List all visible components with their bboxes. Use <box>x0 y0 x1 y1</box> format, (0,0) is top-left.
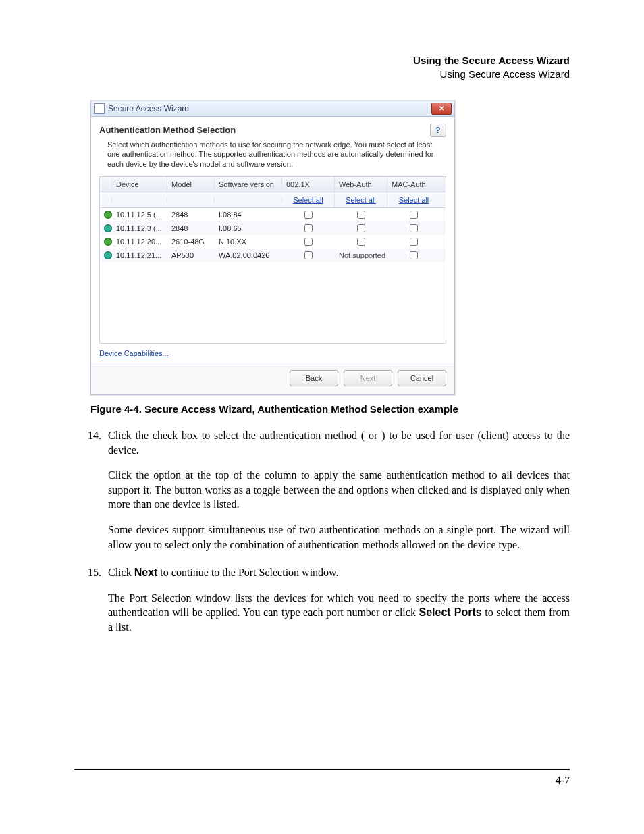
col-8021x[interactable]: 802.1X <box>282 177 335 192</box>
back-rest: ack <box>311 374 322 382</box>
checkbox-c8021x[interactable] <box>304 238 313 246</box>
running-header: Using the Secure Access Wizard Using Sec… <box>74 54 570 82</box>
checkbox-c8021x[interactable] <box>304 224 313 232</box>
cancel-accel: C <box>410 374 416 382</box>
step-number: 14. <box>74 428 101 563</box>
checkbox-macauth[interactable] <box>410 238 418 246</box>
checkbox-webauth[interactable] <box>357 211 365 219</box>
paragraph: The Port Selection window lists the devi… <box>108 591 570 635</box>
next-accel: N <box>360 374 366 382</box>
cell-sw: N.10.XX <box>215 235 282 249</box>
table-row: 10.11.12.3 (...2848I.08.65 <box>100 221 446 235</box>
step-body: Click Next to continue to the Port Selec… <box>108 565 570 645</box>
status-icon <box>104 211 112 219</box>
cell-device: 10.11.12.5 (... <box>112 208 167 221</box>
running-header-subtitle: Using Secure Access Wizard <box>74 68 570 81</box>
step-number: 15. <box>74 565 101 645</box>
wizard-description: Select which authentication methods to u… <box>107 140 446 170</box>
col-webauth[interactable]: Web-Auth <box>335 177 387 192</box>
next-button[interactable]: Next <box>344 370 392 386</box>
paragraph: Click Next to continue to the Port Selec… <box>108 565 570 580</box>
close-button[interactable]: ✕ <box>431 103 452 115</box>
step-body: Click the check box to select the authen… <box>108 428 570 563</box>
status-icon <box>104 224 112 232</box>
cell-model: 2610-48G <box>167 235 215 249</box>
checkbox-webauth[interactable] <box>357 224 365 232</box>
window-title: Secure Access Wizard <box>108 104 431 113</box>
cell-model: AP530 <box>167 249 215 262</box>
col-device[interactable]: Device <box>112 177 167 192</box>
page-number: 4-7 <box>556 775 570 787</box>
checkbox-webauth[interactable] <box>357 238 365 246</box>
checkbox-macauth[interactable] <box>410 211 418 219</box>
select-all-macauth[interactable]: Select all <box>399 196 429 204</box>
select-all-8021x[interactable]: Select all <box>293 196 323 204</box>
paragraph: Click the check box to select the authen… <box>108 428 570 457</box>
wizard-body: Authentication Method Selection ? Select… <box>91 117 454 363</box>
back-accel: B <box>306 374 311 382</box>
checkbox-c8021x[interactable] <box>304 211 313 219</box>
status-icon <box>104 251 112 259</box>
table-empty-area <box>100 262 446 343</box>
device-table: Device Model Software version 802.1X Web… <box>99 176 446 344</box>
cell-device: 10.11.12.20... <box>112 235 167 249</box>
paragraph: Some devices support simultaneous use of… <box>108 523 570 552</box>
paragraph: Click the option at the top of the colum… <box>108 468 570 512</box>
cell-sw: I.08.65 <box>215 221 282 235</box>
cell-model: 2848 <box>167 221 215 235</box>
cancel-button[interactable]: Cancel <box>398 370 446 386</box>
step-list: 14.Click the check box to select the aut… <box>74 428 570 646</box>
device-table-header: Device Model Software version 802.1X Web… <box>100 177 446 192</box>
footer-rule <box>74 769 570 770</box>
wizard-heading: Authentication Method Selection <box>99 125 236 135</box>
cell-device: 10.11.12.3 (... <box>112 221 167 235</box>
step-item: 14.Click the check box to select the aut… <box>74 428 570 563</box>
status-icon <box>104 238 112 246</box>
device-capabilities-link[interactable]: Device Capabilities... <box>99 344 446 359</box>
checkbox-macauth[interactable] <box>410 224 418 232</box>
cell-device: 10.11.12.21... <box>112 249 167 262</box>
not-supported-label: Not supported <box>335 249 387 262</box>
col-model[interactable]: Model <box>167 177 215 192</box>
checkbox-macauth[interactable] <box>410 251 418 259</box>
cell-sw: I.08.84 <box>215 208 282 221</box>
next-rest: ext <box>366 374 376 382</box>
app-icon <box>94 103 105 114</box>
cell-sw: WA.02.00.0426 <box>215 249 282 262</box>
checkbox-c8021x[interactable] <box>304 251 313 259</box>
col-macauth[interactable]: MAC-Auth <box>387 177 440 192</box>
select-all-webauth[interactable]: Select all <box>346 196 376 204</box>
back-button[interactable]: Back <box>290 370 338 386</box>
cell-model: 2848 <box>167 208 215 221</box>
running-header-title: Using the Secure Access Wizard <box>74 54 570 68</box>
col-swver[interactable]: Software version <box>215 177 282 192</box>
table-row: 10.11.12.5 (...2848I.08.84 <box>100 208 446 221</box>
table-row: 10.11.12.20...2610-48GN.10.XX <box>100 235 446 249</box>
step-item: 15.Click Next to continue to the Port Se… <box>74 565 570 645</box>
figure-caption: Figure 4-4. Secure Access Wizard, Authen… <box>90 403 570 415</box>
help-button[interactable]: ? <box>430 124 446 137</box>
wizard-button-row: Back Next Cancel <box>91 363 454 394</box>
wizard-window: Secure Access Wizard ✕ Authentication Me… <box>90 101 455 396</box>
device-table-subheader: Select all Select all Select all <box>100 192 446 208</box>
title-bar: Secure Access Wizard ✕ <box>91 101 454 117</box>
cancel-rest: ancel <box>416 374 433 382</box>
table-row: 10.11.12.21...AP530WA.02.00.0426Not supp… <box>100 249 446 262</box>
